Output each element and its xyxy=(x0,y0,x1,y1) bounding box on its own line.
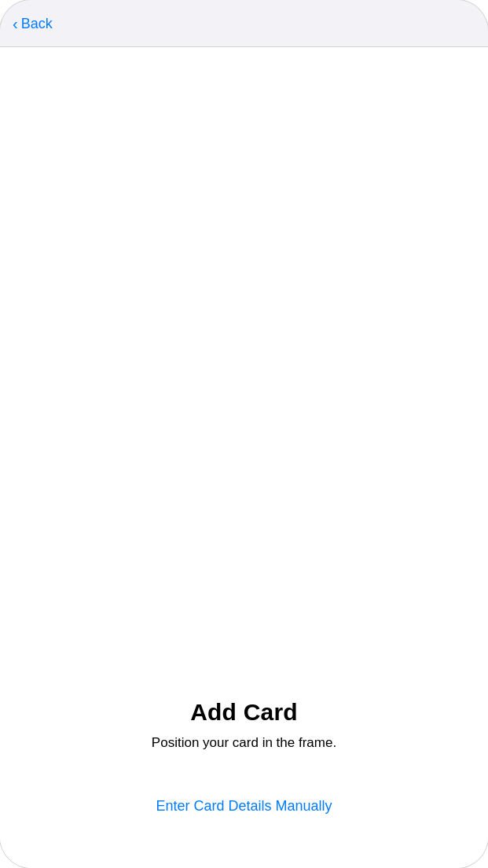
main-content: Add Card Position your card in the frame… xyxy=(0,47,488,868)
screen: ‹ Back Add Card Position your card in th… xyxy=(0,0,488,868)
nav-bar: ‹ Back xyxy=(0,0,488,47)
page-subtitle: Position your card in the frame. xyxy=(152,734,336,752)
manual-entry-button[interactable]: Enter Card Details Manually xyxy=(143,792,344,821)
page-title: Add Card xyxy=(190,699,298,726)
back-button[interactable]: ‹ Back xyxy=(13,16,53,32)
bottom-section: Enter Card Details Manually xyxy=(0,768,488,868)
camera-area xyxy=(0,47,488,699)
back-chevron-icon: ‹ xyxy=(13,16,18,31)
back-label: Back xyxy=(21,16,53,32)
title-section: Add Card Position your card in the frame… xyxy=(0,699,488,768)
